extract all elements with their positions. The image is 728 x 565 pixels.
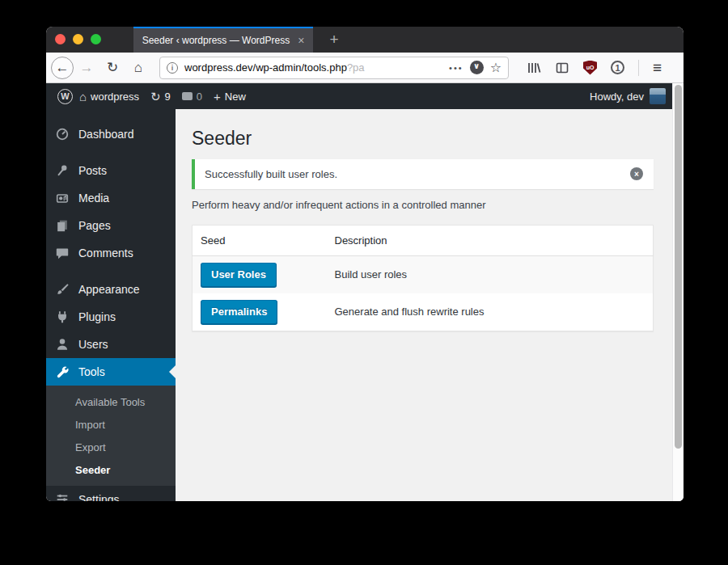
admin-bar-comments[interactable]: 0 bbox=[182, 91, 202, 103]
table-row: Permalinks Generate and flush rewrite ru… bbox=[193, 293, 654, 331]
browser-window: Seeder ‹ wordpress — WordPress × + ← → ↻… bbox=[46, 27, 684, 501]
toolbar-divider bbox=[638, 60, 639, 76]
notice-text: Successfully built user roles. bbox=[205, 168, 337, 180]
table-row: User Roles Build user roles bbox=[193, 255, 654, 293]
submenu-item-available-tools[interactable]: Available Tools bbox=[46, 390, 176, 413]
ublock-origin-icon[interactable]: uO bbox=[583, 61, 597, 75]
column-header-seed: Seed bbox=[193, 225, 327, 255]
permalinks-button[interactable]: Permalinks bbox=[201, 300, 277, 324]
menu-icon[interactable]: ≡ bbox=[653, 59, 662, 77]
page-scrollbar[interactable] bbox=[672, 83, 684, 501]
admin-main: Seeder Successfully built user roles. × … bbox=[176, 109, 684, 501]
success-notice: Successfully built user roles. × bbox=[192, 159, 654, 189]
home-icon: ⌂ bbox=[79, 91, 87, 103]
extension-badge-icon[interactable]: 1 bbox=[611, 61, 624, 74]
seed-table: Seed Description User Roles Build user r… bbox=[192, 225, 654, 331]
pocket-icon[interactable]: ∨ bbox=[470, 61, 484, 74]
tab-close-icon[interactable]: × bbox=[298, 35, 304, 46]
column-header-description: Description bbox=[327, 225, 654, 255]
row-description: Build user roles bbox=[327, 255, 654, 293]
pages-icon bbox=[54, 217, 70, 234]
media-icon bbox=[54, 190, 70, 206]
dismiss-notice-icon[interactable]: × bbox=[630, 167, 643, 180]
user-roles-button[interactable]: User Roles bbox=[201, 263, 277, 287]
content-wrap: Seeder Successfully built user roles. × … bbox=[192, 109, 654, 331]
forward-button[interactable]: → bbox=[75, 57, 98, 79]
comment-icon bbox=[54, 245, 70, 261]
intro-text: Perform heavy and/or infrequent actions … bbox=[192, 199, 654, 211]
sidebar-item-pages[interactable]: Pages bbox=[46, 212, 176, 239]
page-title: Seeder bbox=[192, 127, 654, 151]
wordpress-logo-icon[interactable]: W bbox=[57, 89, 73, 104]
admin-content-body: Dashboard Posts Media bbox=[46, 109, 684, 501]
brush-icon bbox=[54, 281, 70, 297]
tab-title: Seeder ‹ wordpress — WordPress bbox=[142, 35, 290, 46]
minimize-window-button[interactable] bbox=[73, 34, 83, 44]
sidebar-item-plugins[interactable]: Plugins bbox=[46, 303, 176, 331]
zoom-window-button[interactable] bbox=[91, 34, 101, 44]
sidebar-item-users[interactable]: Users bbox=[46, 331, 176, 358]
site-info-icon[interactable]: i bbox=[167, 62, 178, 74]
toolbar-extension-area: uO 1 ≡ bbox=[527, 59, 662, 77]
submenu-item-import[interactable]: Import bbox=[46, 413, 176, 436]
admin-bar-site-name[interactable]: ⌂ wordpress bbox=[79, 91, 139, 103]
submenu-item-seeder[interactable]: Seeder bbox=[46, 458, 176, 481]
admin-sidebar: Dashboard Posts Media bbox=[46, 109, 176, 501]
sidebar-item-posts[interactable]: Posts bbox=[46, 157, 176, 184]
back-button[interactable]: ← bbox=[51, 57, 74, 79]
sidebar-toggle-icon[interactable] bbox=[555, 61, 569, 75]
admin-bar-new[interactable]: + New bbox=[214, 91, 246, 103]
active-menu-arrow bbox=[169, 365, 176, 378]
sidebar-item-settings[interactable]: Settings bbox=[46, 486, 176, 501]
user-icon bbox=[54, 336, 70, 352]
sidebar-item-tools[interactable]: Tools bbox=[46, 358, 176, 386]
browser-tab-bar: Seeder ‹ wordpress — WordPress × + bbox=[46, 27, 684, 53]
desktop-background: Seeder ‹ wordpress — WordPress × + ← → ↻… bbox=[0, 0, 728, 565]
pin-icon bbox=[54, 162, 70, 179]
url-text[interactable]: wordpress.dev/wp-admin/tools.php?pa bbox=[184, 61, 446, 74]
settings-icon bbox=[54, 491, 70, 501]
bookmark-star-icon[interactable]: ☆ bbox=[490, 60, 502, 75]
plus-icon: + bbox=[214, 91, 221, 103]
sidebar-item-appearance[interactable]: Appearance bbox=[46, 276, 176, 303]
sidebar-item-dashboard[interactable]: Dashboard bbox=[46, 120, 176, 148]
admin-bar-updates[interactable]: ↻ 9 bbox=[150, 91, 171, 103]
sidebar-item-comments[interactable]: Comments bbox=[46, 239, 176, 267]
comments-bubble-icon bbox=[182, 92, 193, 100]
dashboard-icon bbox=[54, 126, 70, 142]
updates-icon: ↻ bbox=[150, 91, 161, 103]
avatar[interactable] bbox=[650, 88, 666, 104]
page-actions-icon[interactable]: ••• bbox=[449, 63, 463, 73]
plug-icon bbox=[54, 309, 70, 325]
traffic-lights bbox=[55, 34, 101, 44]
wp-admin-bar: W ⌂ wordpress ↻ 9 0 + New Ho bbox=[46, 83, 684, 109]
reload-button[interactable]: ↻ bbox=[101, 57, 124, 79]
library-icon[interactable] bbox=[527, 61, 541, 75]
close-window-button[interactable] bbox=[55, 34, 66, 44]
admin-bar-howdy[interactable]: Howdy, dev bbox=[590, 91, 644, 103]
url-bar[interactable]: i wordpress.dev/wp-admin/tools.php?pa ••… bbox=[159, 57, 509, 79]
wrench-icon bbox=[54, 364, 70, 380]
browser-toolbar: ← → ↻ ⌂ i wordpress.dev/wp-admin/tools.p… bbox=[46, 53, 684, 83]
browser-tab-active[interactable]: Seeder ‹ wordpress — WordPress × bbox=[133, 27, 313, 53]
table-header-row: Seed Description bbox=[193, 225, 654, 255]
new-tab-button[interactable]: + bbox=[321, 27, 347, 53]
tools-submenu: Available Tools Import Export Seeder bbox=[46, 386, 176, 486]
row-description: Generate and flush rewrite rules bbox=[327, 293, 654, 331]
sidebar-item-media[interactable]: Media bbox=[46, 184, 176, 212]
wordpress-page: W ⌂ wordpress ↻ 9 0 + New Ho bbox=[46, 83, 684, 501]
submenu-item-export[interactable]: Export bbox=[46, 436, 176, 458]
home-button[interactable]: ⌂ bbox=[127, 57, 150, 79]
scrollbar-thumb[interactable] bbox=[675, 85, 682, 449]
